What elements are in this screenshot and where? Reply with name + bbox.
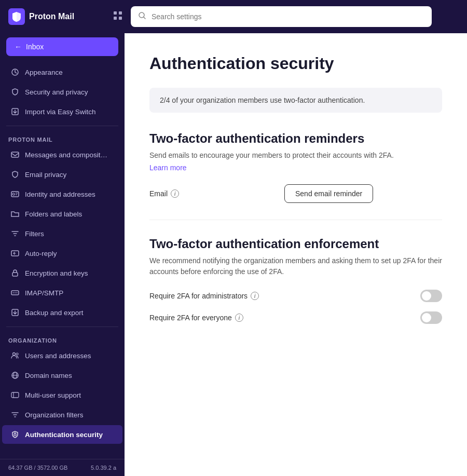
sidebar: ← Inbox Appearance Security and privacy bbox=[0, 33, 125, 476]
sidebar-item-auto-reply-label: Auto-reply bbox=[25, 250, 57, 257]
sidebar-item-security-privacy[interactable]: Security and privacy bbox=[2, 83, 122, 101]
domain-icon bbox=[10, 371, 20, 380]
sidebar-item-auto-reply[interactable]: Auto-reply bbox=[2, 244, 122, 263]
require-admins-label: Require 2FA for administrators i bbox=[149, 292, 420, 300]
sidebar-item-appearance-label: Appearance bbox=[25, 69, 63, 76]
everyone-info-icon[interactable]: i bbox=[235, 314, 243, 322]
require-admins-row: Require 2FA for administrators i bbox=[149, 290, 442, 302]
email-field-row: Email i Send email reminder bbox=[149, 184, 442, 203]
sidebar-item-security-privacy-label: Security and privacy bbox=[25, 88, 88, 96]
sidebar-item-import-label: Import via Easy Switch bbox=[25, 108, 96, 116]
require-everyone-label: Require 2FA for everyone i bbox=[149, 314, 420, 322]
email-info-icon[interactable]: i bbox=[171, 189, 179, 198]
sidebar-item-identity-label: Identity and addresses bbox=[25, 191, 95, 198]
import-icon bbox=[10, 107, 20, 116]
search-input[interactable] bbox=[152, 12, 424, 21]
sidebar-item-messages-label: Messages and composit… bbox=[25, 151, 107, 159]
reminders-section-title: Two-factor authentication reminders bbox=[149, 131, 442, 146]
svg-rect-26 bbox=[11, 392, 19, 398]
svg-point-17 bbox=[13, 292, 14, 293]
sidebar-item-encryption-label: Encryption and keys bbox=[25, 269, 88, 277]
admins-info-icon[interactable]: i bbox=[251, 292, 259, 300]
svg-point-21 bbox=[13, 353, 16, 356]
sidebar-footer: 64.37 GB / 3572.00 GB 5.0.39.2 a bbox=[0, 459, 125, 476]
sidebar-item-appearance[interactable]: Appearance bbox=[2, 63, 122, 81]
svg-rect-1 bbox=[114, 11, 117, 15]
svg-point-11 bbox=[12, 193, 15, 195]
sidebar-item-org-filters[interactable]: Organization filters bbox=[2, 405, 122, 424]
protonmail-section-label: Proton Mail bbox=[0, 130, 125, 145]
arrow-left-icon: ← bbox=[15, 43, 22, 51]
imap-icon bbox=[10, 288, 20, 297]
svg-rect-4 bbox=[119, 17, 122, 20]
shield-icon bbox=[10, 87, 20, 97]
svg-rect-9 bbox=[11, 152, 19, 157]
sidebar-item-encryption[interactable]: Encryption and keys bbox=[2, 264, 122, 282]
divider-1 bbox=[6, 126, 118, 126]
sidebar-item-messages[interactable]: Messages and composit… bbox=[2, 145, 122, 164]
proton-logo-icon bbox=[8, 8, 25, 25]
auto-reply-icon bbox=[10, 249, 20, 258]
sidebar-item-import[interactable]: Import via Easy Switch bbox=[2, 102, 122, 121]
sidebar-item-identity-addresses[interactable]: Identity and addresses bbox=[2, 185, 122, 203]
page-title: Authentication security bbox=[149, 54, 442, 73]
email-field-label: Email i bbox=[149, 189, 284, 198]
require-admins-toggle[interactable] bbox=[420, 290, 442, 302]
sidebar-item-multi-user[interactable]: Multi-user support bbox=[2, 386, 122, 404]
info-banner: 2/4 of your organization members use two… bbox=[149, 88, 442, 113]
sidebar-item-filters[interactable]: Filters bbox=[2, 224, 122, 243]
sidebar-item-email-privacy[interactable]: Email privacy bbox=[2, 165, 122, 184]
search-bar bbox=[131, 6, 432, 27]
section-divider bbox=[149, 220, 442, 220]
divider-2 bbox=[6, 327, 118, 327]
search-icon bbox=[138, 11, 146, 22]
svg-point-18 bbox=[15, 292, 16, 293]
main-content: ← Inbox Appearance Security and privacy bbox=[0, 33, 467, 476]
svg-point-22 bbox=[16, 353, 18, 355]
sidebar-item-email-privacy-label: Email privacy bbox=[25, 171, 66, 179]
messages-icon bbox=[10, 150, 20, 159]
sidebar-item-imap[interactable]: IMAP/SMTP bbox=[2, 283, 122, 302]
identity-icon bbox=[10, 189, 20, 199]
sidebar-item-domains-label: Domain names bbox=[25, 372, 72, 379]
reminders-description: Send emails to encourage your members to… bbox=[149, 150, 442, 161]
svg-rect-2 bbox=[119, 11, 122, 15]
inbox-button[interactable]: ← Inbox bbox=[6, 37, 118, 56]
sidebar-item-multi-user-label: Multi-user support bbox=[25, 391, 81, 399]
sidebar-item-folders-label: Folders and labels bbox=[25, 210, 82, 218]
organization-section-label: Organization bbox=[0, 331, 125, 346]
shield-lock-icon bbox=[10, 430, 20, 439]
sidebar-item-imap-label: IMAP/SMTP bbox=[25, 289, 63, 297]
svg-point-19 bbox=[17, 292, 18, 293]
require-everyone-toggle[interactable] bbox=[420, 311, 442, 324]
require-everyone-row: Require 2FA for everyone i bbox=[149, 311, 442, 324]
svg-rect-3 bbox=[114, 17, 117, 20]
sidebar-item-auth-security-label: Authentication security bbox=[25, 431, 103, 439]
grid-icon[interactable] bbox=[113, 11, 122, 23]
sidebar-item-folders[interactable]: Folders and labels bbox=[2, 205, 122, 223]
spacer bbox=[149, 279, 442, 290]
sidebar-item-backup[interactable]: Backup and export bbox=[2, 303, 122, 322]
sidebar-item-auth-security[interactable]: Authentication security bbox=[2, 425, 122, 444]
svg-rect-28 bbox=[14, 434, 16, 436]
org-filter-icon bbox=[10, 410, 20, 419]
lock-icon bbox=[10, 268, 20, 278]
topbar: Proton Mail bbox=[0, 0, 467, 33]
svg-line-6 bbox=[144, 17, 146, 19]
version-indicator: 5.0.39.2 a bbox=[91, 465, 116, 471]
logo-text: Proton Mail bbox=[29, 12, 74, 21]
app-shell: Proton Mail ← bbox=[0, 0, 467, 476]
folders-icon bbox=[10, 209, 20, 219]
appearance-icon bbox=[10, 67, 20, 77]
send-email-reminder-button[interactable]: Send email reminder bbox=[284, 184, 373, 203]
backup-icon bbox=[10, 308, 20, 317]
logo-area: Proton Mail bbox=[8, 8, 122, 25]
svg-rect-15 bbox=[12, 273, 18, 276]
sidebar-item-filters-label: Filters bbox=[25, 230, 44, 238]
storage-indicator: 64.37 GB / 3572.00 GB bbox=[8, 465, 67, 471]
learn-more-link[interactable]: Learn more bbox=[149, 164, 187, 172]
sidebar-item-domains[interactable]: Domain names bbox=[2, 366, 122, 385]
main-panel: Authentication security 2/4 of your orga… bbox=[125, 33, 467, 476]
sidebar-item-users-addresses[interactable]: Users and addresses bbox=[2, 346, 122, 365]
users-icon bbox=[10, 351, 20, 360]
